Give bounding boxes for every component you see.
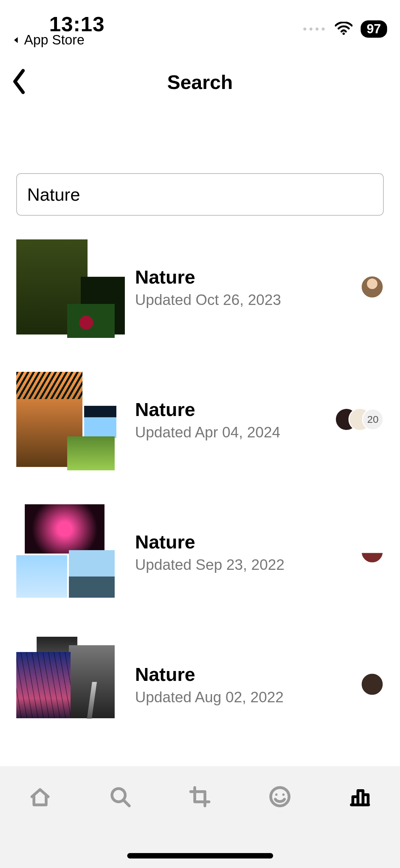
tab-crop[interactable]	[185, 781, 215, 812]
result-contributors: 20	[335, 408, 384, 431]
results-list: Nature Updated Oct 26, 2023 Nature Updat…	[0, 239, 400, 810]
search-input[interactable]	[16, 173, 384, 216]
result-contributors	[361, 673, 384, 696]
result-thumbnail	[16, 637, 115, 732]
result-subtitle: Updated Aug 02, 2022	[135, 689, 340, 706]
result-thumbnail	[16, 239, 115, 334]
nav-header: Search	[0, 58, 400, 126]
tab-search[interactable]	[105, 781, 135, 812]
result-row[interactable]: Nature Updated Sep 23, 2022	[16, 504, 384, 599]
svg-point-0	[342, 32, 345, 35]
result-subtitle: Updated Oct 26, 2023	[135, 291, 340, 308]
page-dots-icon	[303, 28, 325, 31]
result-row[interactable]: Nature Updated Aug 02, 2022	[16, 637, 384, 732]
svg-point-3	[275, 794, 278, 796]
result-title: Nature	[135, 531, 340, 553]
svg-point-2	[271, 788, 289, 806]
battery-level: 97	[361, 20, 387, 38]
tab-stats[interactable]	[345, 781, 375, 812]
result-title: Nature	[135, 663, 340, 685]
result-contributors	[361, 540, 384, 563]
avatar	[361, 275, 384, 299]
result-row[interactable]: Nature Updated Oct 26, 2023	[16, 239, 384, 334]
tab-home[interactable]	[25, 781, 55, 812]
status-back-app-label: App Store	[24, 32, 84, 48]
tab-face[interactable]	[265, 781, 295, 812]
result-contributors	[361, 275, 384, 299]
result-subtitle: Updated Sep 23, 2022	[135, 556, 340, 573]
status-bar: 13:13 App Store 97	[0, 0, 400, 44]
result-subtitle: Updated Apr 04, 2024	[135, 424, 315, 441]
wifi-icon	[335, 22, 353, 37]
avatar	[361, 540, 384, 563]
avatar	[361, 673, 384, 696]
result-thumbnail	[16, 504, 115, 599]
page-title: Search	[0, 71, 400, 93]
tab-bar	[0, 766, 400, 868]
result-row[interactable]: Nature Updated Apr 04, 2024 20	[16, 372, 384, 467]
result-title: Nature	[135, 266, 340, 288]
result-thumbnail	[16, 372, 115, 467]
avatar-extra-count: 20	[362, 409, 384, 430]
status-back-to-app[interactable]: App Store	[12, 32, 84, 48]
result-title: Nature	[135, 398, 315, 420]
back-triangle-icon	[12, 32, 21, 48]
svg-point-4	[282, 794, 285, 796]
home-indicator[interactable]	[127, 853, 273, 858]
